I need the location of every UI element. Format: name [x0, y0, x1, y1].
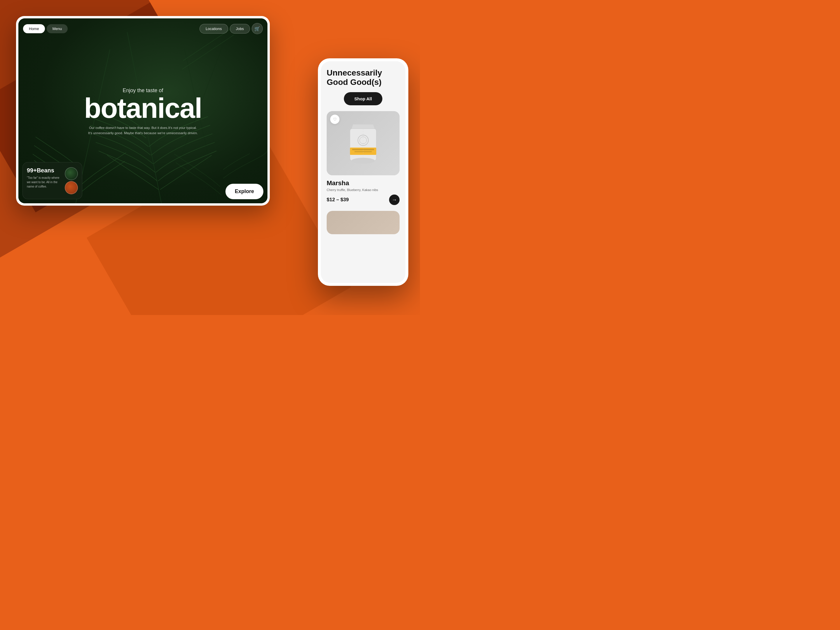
bean-circle-orange [65, 181, 78, 194]
product-price-row: $12 – $39 → [327, 194, 399, 205]
bottom-area: 99+Beans "Too far" is exactly where we w… [22, 162, 264, 199]
nav-left-group: Home Menu [23, 24, 68, 33]
product-name: Marsha [327, 179, 399, 187]
tablet-device: Home Menu Locations Jobs 🛒 Enjoy the tas… [16, 16, 270, 205]
nav-menu-button[interactable]: Menu [47, 24, 68, 33]
favorite-button[interactable]: ♡ [330, 115, 339, 124]
nav-home-button[interactable]: Home [23, 24, 45, 33]
beans-card: 99+Beans "Too far" is exactly where we w… [22, 162, 82, 199]
cart-icon: 🛒 [254, 26, 260, 32]
product-info-section: Marsha Cherry truffle, Blueberry, Kakao … [327, 175, 399, 208]
phone-heading: Unnecessarily Good Good(s) [327, 68, 399, 87]
second-product-card [327, 211, 399, 234]
beans-title: 99+Beans [27, 167, 62, 174]
coffee-bag-illustration [346, 120, 381, 167]
product-flavors: Cherry truffle, Blueberry, Kakao nibs [327, 188, 399, 192]
nav-right-group: Locations Jobs 🛒 [199, 23, 263, 34]
beans-circles [65, 167, 78, 194]
beans-text-area: 99+Beans "Too far" is exactly where we w… [27, 167, 62, 189]
hero-title: botanical [37, 95, 249, 122]
nav-locations-button[interactable]: Locations [199, 24, 228, 33]
nav-jobs-button[interactable]: Jobs [230, 24, 250, 33]
product-card: ♡ [327, 111, 399, 175]
add-to-cart-button[interactable]: → [389, 194, 399, 205]
beans-description: "Too far" is exactly where we want to be… [27, 175, 62, 189]
phone-screen: Unnecessarily Good Good(s) Shop All [321, 61, 406, 283]
phone-heading-line2: Good Good(s) [327, 77, 382, 87]
shop-all-button[interactable]: Shop All [344, 92, 382, 105]
explore-button[interactable]: Explore [226, 184, 264, 199]
phone-heading-line1: Unnecessarily [327, 68, 382, 77]
product-price: $12 – $39 [327, 197, 349, 203]
tablet-screen: Home Menu Locations Jobs 🛒 Enjoy the tas… [18, 18, 267, 203]
hero-section: Enjoy the taste of botanical Our coffee … [37, 87, 249, 136]
phone-content-area: Unnecessarily Good Good(s) Shop All [321, 61, 406, 234]
hero-description: Our coffee doesn't have to taste that wa… [87, 126, 198, 136]
heart-icon: ♡ [333, 117, 337, 122]
tablet-navbar: Home Menu Locations Jobs 🛒 [23, 23, 263, 34]
arrow-icon: → [392, 197, 397, 203]
phone-device: Unnecessarily Good Good(s) Shop All [318, 58, 408, 286]
cart-button[interactable]: 🛒 [252, 23, 263, 34]
bean-circle-green [65, 167, 78, 180]
product-image-area: ♡ [327, 111, 399, 175]
